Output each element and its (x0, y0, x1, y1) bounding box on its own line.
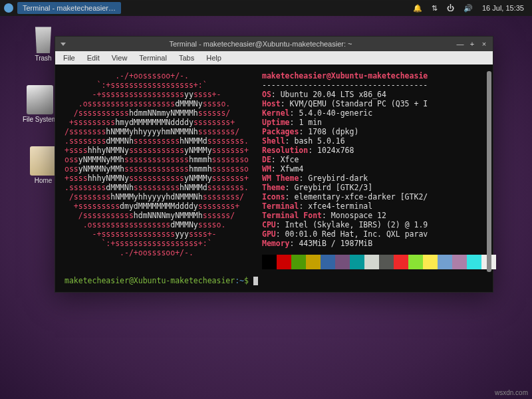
terminal-window: Terminal - maketecheasier@Xubuntu-makete… (55, 36, 493, 293)
window-title: Terminal - maketecheasier@Xubuntu-makete… (66, 40, 456, 48)
disk-icon (27, 85, 53, 114)
menu-view[interactable]: View (106, 53, 133, 63)
menu-file[interactable]: File (58, 53, 80, 63)
menubar: File Edit View Terminal Tabs Help (55, 51, 493, 65)
notification-icon[interactable]: 🔔 (413, 4, 422, 13)
menu-help[interactable]: Help (201, 53, 227, 63)
os-logo-icon[interactable] (4, 3, 13, 13)
power-icon[interactable]: ⏻ (447, 4, 454, 12)
clock[interactable]: 16 Jul, 15:35 (482, 4, 524, 12)
menu-tabs[interactable]: Tabs (174, 53, 200, 63)
window-menu-icon[interactable] (61, 43, 66, 46)
volume-icon[interactable]: 🔊 (464, 4, 473, 13)
menu-terminal[interactable]: Terminal (134, 53, 172, 63)
system-info: maketecheasier@Xubuntu-maketecheasie ---… (262, 71, 496, 269)
trash-icon (30, 24, 57, 53)
cursor (253, 277, 258, 285)
menu-edit[interactable]: Edit (82, 53, 105, 63)
watermark: wsxdn.com (495, 389, 528, 396)
neofetch-output: .-/+oossssoo+/-. `:+ssssssssssssssssss+:… (65, 71, 483, 269)
network-icon[interactable]: ⇅ (432, 4, 438, 13)
taskbar-button-terminal[interactable]: Terminal - maketecheasier… (17, 2, 121, 14)
scrollbar[interactable] (487, 71, 491, 272)
titlebar[interactable]: Terminal - maketecheasier@Xubuntu-makete… (55, 37, 493, 51)
terminal-content[interactable]: .-/+oossssoo+/-. `:+ssssssssssssssssss+:… (55, 65, 493, 292)
close-button[interactable]: × (479, 39, 489, 49)
ascii-logo: .-/+oossssoo+/-. `:+ssssssssssssssssss+:… (65, 71, 249, 269)
prompt-line: maketecheasier@Xubuntu-maketecheasier:~$ (65, 276, 483, 285)
folder-icon (30, 146, 57, 176)
minimize-button[interactable]: — (456, 39, 465, 49)
maximize-button[interactable]: + (467, 39, 477, 49)
color-palette (262, 255, 496, 269)
top-panel: Terminal - maketecheasier… 🔔 ⇅ ⏻ 🔊 16 Ju… (0, 0, 532, 16)
